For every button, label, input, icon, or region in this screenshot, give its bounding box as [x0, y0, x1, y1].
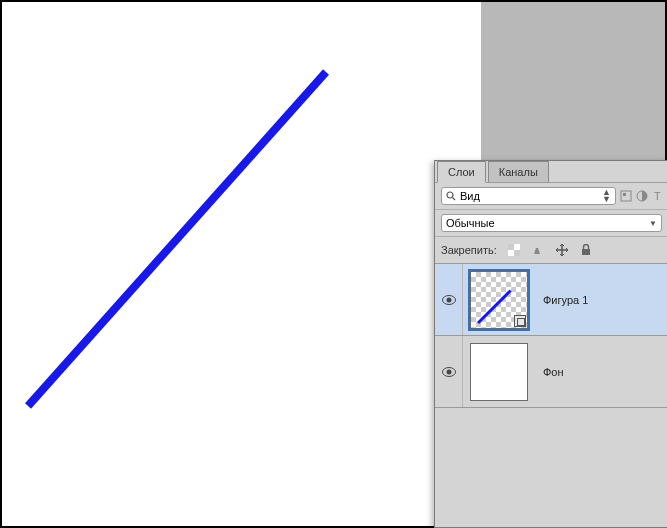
chevron-down-icon: ▼: [649, 219, 657, 228]
lock-label: Закрепить:: [441, 244, 497, 256]
filter-input[interactable]: [460, 190, 598, 202]
svg-rect-8: [514, 244, 520, 250]
layer-row[interactable]: Фон: [435, 336, 667, 408]
svg-rect-3: [623, 193, 626, 196]
svg-text:T: T: [654, 190, 661, 202]
tab-layers[interactable]: Слои: [437, 161, 486, 183]
filter-pixel-icon[interactable]: [620, 187, 632, 205]
layer-name[interactable]: Фигура 1: [535, 294, 667, 306]
filter-row: ▲▼ T: [435, 183, 667, 210]
layers-list: Фигура 1 Фон: [435, 264, 667, 408]
svg-point-0: [447, 192, 453, 198]
svg-rect-9: [508, 250, 514, 256]
layer-name[interactable]: Фон: [535, 366, 667, 378]
layers-panel: Слои Каналы ▲▼ T Обычные ▼ Закрепить:: [434, 160, 667, 528]
lock-row: Закрепить:: [435, 237, 667, 264]
panel-tabs: Слои Каналы: [435, 161, 667, 183]
lock-all-icon[interactable]: [577, 241, 595, 259]
svg-rect-6: [508, 244, 514, 250]
layer-thumbnail[interactable]: [470, 271, 528, 329]
blend-mode-label: Обычные: [446, 217, 495, 229]
visibility-eye-icon[interactable]: [442, 367, 456, 377]
visibility-eye-icon[interactable]: [442, 295, 456, 305]
lock-position-icon[interactable]: [553, 241, 571, 259]
lock-paint-icon[interactable]: [529, 241, 547, 259]
lock-transparency-icon[interactable]: [505, 241, 523, 259]
filter-type-icon[interactable]: T: [652, 187, 664, 205]
canvas[interactable]: [2, 2, 481, 526]
svg-rect-10: [582, 249, 590, 255]
svg-point-12: [446, 297, 451, 302]
blend-mode-select[interactable]: Обычные ▼: [441, 214, 662, 232]
stepper-arrows-icon: ▲▼: [602, 189, 611, 203]
search-icon: [446, 191, 456, 201]
thumbnail-line-icon: [477, 289, 512, 324]
svg-rect-7: [514, 250, 520, 256]
svg-line-1: [453, 198, 456, 201]
tab-channels[interactable]: Каналы: [488, 161, 549, 182]
filter-adjust-icon[interactable]: [636, 187, 648, 205]
vector-mask-badge-icon: [514, 315, 526, 327]
layer-row[interactable]: Фигура 1: [435, 264, 667, 336]
layer-filter-select[interactable]: ▲▼: [441, 187, 616, 205]
layer-thumbnail[interactable]: [470, 343, 528, 401]
shape-line[interactable]: [28, 72, 326, 406]
blend-row: Обычные ▼: [435, 210, 667, 237]
svg-point-14: [446, 369, 451, 374]
